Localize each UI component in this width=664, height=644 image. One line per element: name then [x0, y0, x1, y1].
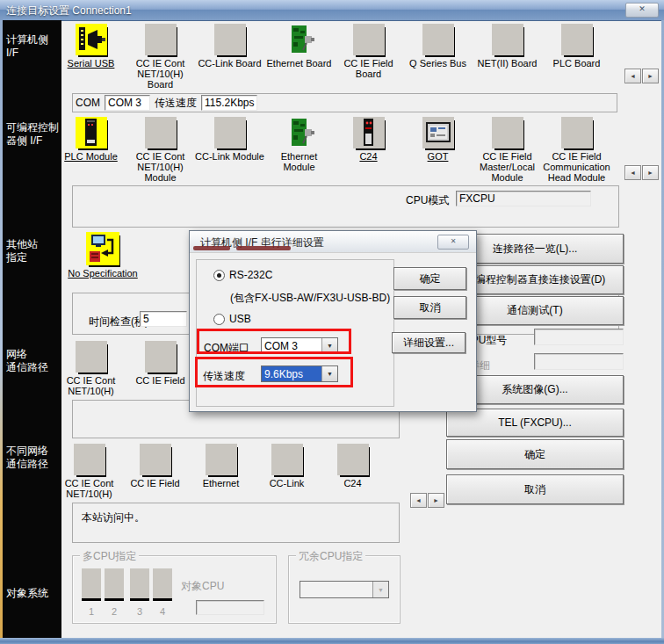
access-status-box: 本站访问中。 — [72, 503, 400, 543]
redundant-cpu-value — [300, 582, 372, 597]
dialog-ok-button[interactable]: 确定 — [393, 267, 466, 290]
dialog-detail-setup-button[interactable]: 详细设置... — [392, 332, 466, 353]
connection-setup-window: 连接目标设置 Connection1 ✕ 计算机侧 I/F 可编程控制 器侧 I… — [0, 0, 664, 644]
scroll-right-button[interactable]: ► — [642, 69, 659, 83]
co-net-ccie-field[interactable]: CC IE Field — [122, 444, 188, 499]
co-net-ethernet[interactable]: Ethernet — [188, 444, 254, 499]
com-value-field: COM 3 — [105, 95, 150, 111]
pc-if-serial-usb[interactable]: Serial USB — [56, 24, 126, 90]
icon-label: PLC Board — [553, 58, 601, 69]
plc-if-ccie-field-master[interactable]: CC IE Field Master/Local Module — [473, 117, 542, 183]
usb-label: USB — [229, 313, 251, 325]
arrow-left-icon: ◄ — [630, 170, 636, 176]
cc-ie-field-icon — [140, 444, 171, 475]
target-cpu-field — [196, 600, 264, 615]
plc-if-ethernet-module[interactable]: Ethernet Module — [264, 117, 334, 183]
serial-detail-dialog: 计算机侧 I/F 串行详细设置 ✕ RS-232C (包含FX-USB-AW/F… — [189, 230, 477, 412]
cpu-slot-4-button — [153, 568, 172, 601]
button-label: TEL (FXCPU)... — [498, 416, 572, 429]
sidebar: 计算机侧 I/F 可编程控制 器侧 I/F 其他站 指定 网络 通信路径 不同网… — [3, 20, 61, 638]
cc-ie-cont-board-icon — [145, 24, 177, 55]
sidebar-item-plc-if: 可编程控制 器侧 I/F — [6, 121, 59, 148]
multi-cpu-group: 多CPU指定 1 2 3 4 对象CPU — [72, 555, 277, 624]
usb-radio[interactable] — [213, 314, 225, 325]
cc-link-icon — [271, 444, 303, 475]
scroll-right-button[interactable]: ► — [642, 165, 659, 180]
cc-ie-field-icon — [145, 341, 177, 373]
cpu-slot-4-label: 4 — [153, 606, 172, 617]
net-route-ccie-field[interactable]: CC IE Field — [126, 341, 195, 396]
plc-if-plc-module[interactable]: PLC Module — [56, 117, 126, 183]
plc-board-icon — [561, 24, 593, 55]
plc-if-scroll: ◄ ► — [624, 165, 659, 180]
cpu-slot-2-button — [105, 568, 124, 601]
icon-label: Ethernet Board — [267, 58, 332, 69]
c24-gray-icon — [337, 444, 369, 475]
tel-button[interactable]: TEL (FXCPU)... — [446, 409, 624, 437]
pc-if-cclink-board[interactable]: CC-Link Board — [195, 24, 264, 90]
button-label: 通信测试(T) — [507, 303, 562, 318]
plc-if-ccie-cont-module[interactable]: CC IE Cont NET/10(H) Module — [126, 117, 195, 183]
pc-if-ethernet-board[interactable]: Ethernet Board — [264, 24, 334, 90]
plc-if-c24[interactable]: C24 — [334, 117, 403, 183]
net-route-ccie-cont[interactable]: CC IE Cont NET/10(H) — [56, 341, 126, 396]
icon-label: No Specification — [68, 268, 138, 279]
scroll-right-button[interactable]: ► — [428, 493, 444, 508]
co-net-cclink[interactable]: CC-Link — [254, 444, 320, 499]
other-station-no-spec[interactable]: No Specification — [56, 232, 149, 279]
icon-label: NET(II) Board — [478, 58, 538, 69]
sidebar-item-other-station: 其他站 指定 — [6, 238, 38, 264]
cc-link-board-icon — [214, 24, 246, 55]
ethernet-icon — [206, 444, 237, 475]
rs232c-label: RS-232C — [229, 269, 272, 281]
cpu-slot-3-button — [130, 568, 149, 601]
redundant-cpu-legend: 冗余CPU指定 — [296, 549, 365, 564]
close-button[interactable]: ✕ — [625, 3, 659, 18]
cc-ie-cont-module-icon — [145, 117, 177, 148]
speed-value-field: 115.2Kbps — [201, 95, 257, 111]
cpu-slot-2-label: 2 — [105, 606, 124, 617]
cc-link-module-icon — [214, 117, 246, 148]
icon-label: Q Series Bus — [409, 58, 466, 69]
sidebar-item-co-network-route: 不同网络 通信路径 — [6, 445, 48, 471]
sidebar-item-network-route: 网络 通信路径 — [6, 348, 48, 374]
rs232c-radio[interactable] — [213, 270, 225, 281]
co-net-ccie-cont[interactable]: CC IE Cont NET/10(H) — [56, 444, 122, 499]
cc-ie-field-head-icon — [561, 117, 593, 148]
pc-if-ccie-field-board[interactable]: CC IE Field Board — [334, 24, 403, 90]
plc-if-ccie-field-head[interactable]: CC IE Field Communication Head Module — [542, 117, 611, 183]
annotation-mark — [236, 246, 291, 250]
dialog-close-button[interactable]: ✕ — [437, 235, 469, 250]
cpu-mode-panel: CPU模式 FXCPU — [72, 185, 619, 228]
arrow-left-icon: ◄ — [630, 73, 636, 79]
pc-if-net2-board[interactable]: NET(II) Board — [473, 24, 542, 90]
sidebar-item-target-system: 对象系统 — [6, 587, 48, 600]
icon-label: Serial USB — [68, 58, 115, 69]
com-port-annotation-box — [197, 329, 351, 354]
q-series-bus-icon — [422, 24, 454, 55]
icon-label: CC IE Cont NET/10(H) — [56, 375, 126, 396]
button-label: 取消 — [524, 482, 545, 497]
icon-label: CC IE Field — [135, 375, 184, 386]
pc-if-ccie-cont-board[interactable]: CC IE Cont NET/10(H) Board — [126, 24, 195, 90]
close-icon: ✕ — [639, 4, 646, 13]
arrow-right-icon: ► — [647, 73, 653, 79]
dialog-cancel-button[interactable]: 取消 — [393, 296, 466, 319]
scroll-left-button[interactable]: ◄ — [410, 493, 427, 508]
cancel-button[interactable]: 取消 — [446, 474, 624, 504]
scroll-left-button[interactable]: ◄ — [624, 69, 641, 83]
pc-if-q-series-bus[interactable]: Q Series Bus — [403, 24, 473, 90]
scroll-left-button[interactable]: ◄ — [624, 165, 641, 180]
net2-board-icon — [492, 24, 523, 55]
button-label: 连接路径一览(L)... — [493, 242, 578, 257]
pc-if-plc-board[interactable]: PLC Board — [542, 24, 611, 90]
icon-label: CC-Link Board — [198, 58, 261, 69]
icon-label: Ethernet — [203, 478, 240, 488]
sidebar-item-pc-if: 计算机侧 I/F — [6, 33, 48, 60]
time-check-input[interactable]: 5 — [140, 311, 187, 327]
plc-if-cclink-module[interactable]: CC-Link Module — [195, 117, 264, 183]
plc-if-got[interactable]: GOT — [403, 117, 473, 183]
ok-button[interactable]: 确定 — [446, 439, 624, 469]
arrow-right-icon: ► — [647, 170, 653, 176]
co-net-c24[interactable]: C24 — [320, 444, 386, 499]
